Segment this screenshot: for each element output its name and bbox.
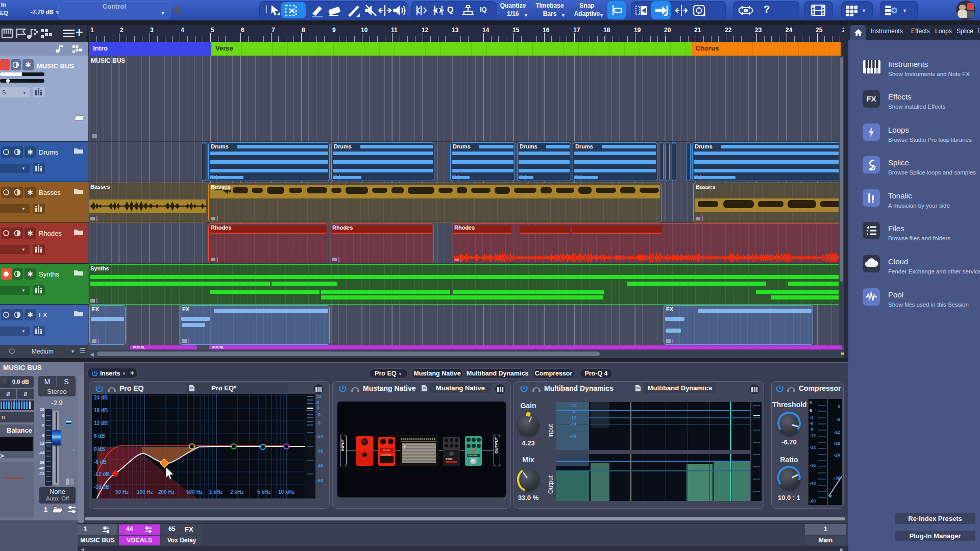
svg-text:200 Hz: 200 Hz (158, 489, 175, 495)
svg-text:-6 dB: -6 dB (94, 459, 107, 465)
svg-text:24 dB: 24 dB (94, 395, 108, 400)
svg-text:100 Hz: 100 Hz (137, 489, 153, 495)
svg-text:5 kHz: 5 kHz (257, 489, 271, 495)
svg-text:6 dB: 6 dB (94, 433, 105, 439)
svg-text:10 kHz: 10 kHz (278, 489, 295, 495)
svg-text:18 dB: 18 dB (94, 408, 108, 413)
svg-text:0 dB: 0 dB (94, 446, 105, 452)
svg-text:50 Hz: 50 Hz (115, 489, 129, 495)
svg-text:-18 dB: -18 dB (94, 484, 110, 490)
svg-text:500 Hz: 500 Hz (186, 489, 203, 495)
svg-text:1 kHz: 1 kHz (209, 489, 223, 495)
svg-text:2 kHz: 2 kHz (230, 489, 243, 495)
svg-text:12 dB: 12 dB (94, 420, 108, 426)
svg-text:-12 dB: -12 dB (94, 471, 110, 477)
